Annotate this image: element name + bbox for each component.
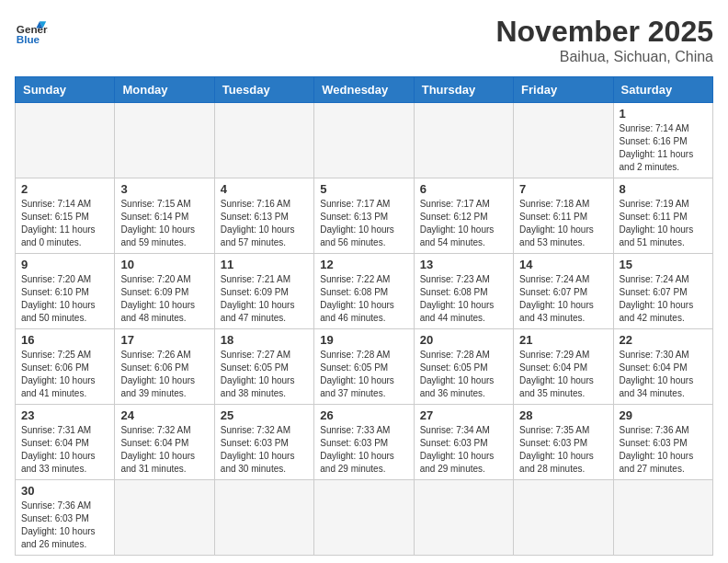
day-number: 3 [120, 182, 208, 196]
page-header: General Blue November 2025 Baihua, Sichu… [15, 15, 713, 65]
calendar-day-cell [214, 103, 313, 178]
day-info: Sunrise: 7:14 AM Sunset: 6:16 PM Dayligh… [620, 122, 707, 174]
calendar-day-cell [314, 480, 414, 556]
calendar-day-cell: 5Sunrise: 7:17 AM Sunset: 6:13 PM Daylig… [314, 178, 414, 254]
calendar-day-header: Monday [115, 77, 214, 103]
calendar-day-header: Wednesday [314, 77, 414, 103]
calendar-day-cell: 3Sunrise: 7:15 AM Sunset: 6:14 PM Daylig… [115, 178, 214, 254]
calendar-day-cell [214, 480, 313, 556]
day-number: 28 [519, 408, 607, 422]
calendar-week-row: 16Sunrise: 7:25 AM Sunset: 6:06 PM Dayli… [16, 329, 713, 405]
month-title: November 2025 [495, 15, 713, 49]
day-info: Sunrise: 7:36 AM Sunset: 6:03 PM Dayligh… [620, 424, 707, 476]
day-info: Sunrise: 7:24 AM Sunset: 6:07 PM Dayligh… [620, 273, 707, 325]
day-info: Sunrise: 7:24 AM Sunset: 6:07 PM Dayligh… [519, 273, 607, 325]
calendar-table: SundayMondayTuesdayWednesdayThursdayFrid… [15, 76, 713, 556]
calendar-day-header: Sunday [16, 77, 115, 103]
day-number: 15 [620, 258, 707, 271]
calendar-day-header: Saturday [613, 77, 712, 103]
calendar-day-cell: 12Sunrise: 7:22 AM Sunset: 6:08 PM Dayli… [314, 254, 414, 329]
day-number: 16 [21, 333, 108, 347]
day-info: Sunrise: 7:22 AM Sunset: 6:08 PM Dayligh… [320, 273, 407, 325]
day-info: Sunrise: 7:17 AM Sunset: 6:12 PM Dayligh… [420, 198, 507, 249]
calendar-day-cell: 24Sunrise: 7:32 AM Sunset: 6:04 PM Dayli… [115, 405, 214, 480]
logo: General Blue [15, 15, 48, 48]
day-info: Sunrise: 7:35 AM Sunset: 6:03 PM Dayligh… [519, 424, 607, 476]
calendar-day-cell: 13Sunrise: 7:23 AM Sunset: 6:08 PM Dayli… [414, 254, 513, 329]
day-info: Sunrise: 7:25 AM Sunset: 6:06 PM Dayligh… [21, 349, 108, 400]
calendar-day-cell [613, 480, 712, 556]
day-number: 13 [420, 258, 507, 271]
day-info: Sunrise: 7:27 AM Sunset: 6:05 PM Dayligh… [221, 349, 308, 400]
calendar-day-cell [115, 480, 214, 556]
day-number: 21 [519, 333, 607, 347]
calendar-day-cell: 20Sunrise: 7:28 AM Sunset: 6:05 PM Dayli… [414, 329, 513, 405]
day-info: Sunrise: 7:20 AM Sunset: 6:10 PM Dayligh… [21, 273, 108, 325]
day-info: Sunrise: 7:32 AM Sunset: 6:04 PM Dayligh… [120, 424, 208, 476]
day-info: Sunrise: 7:36 AM Sunset: 6:03 PM Dayligh… [21, 500, 108, 551]
day-info: Sunrise: 7:14 AM Sunset: 6:15 PM Dayligh… [21, 198, 108, 249]
day-number: 25 [221, 408, 308, 422]
calendar-header-row: SundayMondayTuesdayWednesdayThursdayFrid… [16, 77, 713, 103]
day-number: 4 [221, 182, 308, 196]
title-section: November 2025 Baihua, Sichuan, China [495, 15, 713, 65]
day-info: Sunrise: 7:29 AM Sunset: 6:04 PM Dayligh… [519, 349, 607, 400]
day-number: 1 [620, 107, 707, 121]
calendar-day-header: Thursday [414, 77, 513, 103]
day-number: 2 [21, 182, 108, 196]
calendar-day-cell: 17Sunrise: 7:26 AM Sunset: 6:06 PM Dayli… [115, 329, 214, 405]
calendar-day-cell [514, 103, 613, 178]
day-number: 9 [21, 258, 108, 271]
day-number: 22 [620, 333, 707, 347]
day-info: Sunrise: 7:23 AM Sunset: 6:08 PM Dayligh… [420, 273, 507, 325]
calendar-week-row: 1Sunrise: 7:14 AM Sunset: 6:16 PM Daylig… [16, 103, 713, 178]
day-info: Sunrise: 7:28 AM Sunset: 6:05 PM Dayligh… [320, 349, 407, 400]
calendar-week-row: 9Sunrise: 7:20 AM Sunset: 6:10 PM Daylig… [16, 254, 713, 329]
day-info: Sunrise: 7:31 AM Sunset: 6:04 PM Dayligh… [21, 424, 108, 476]
calendar-day-cell: 14Sunrise: 7:24 AM Sunset: 6:07 PM Dayli… [514, 254, 613, 329]
day-number: 29 [620, 408, 707, 422]
day-info: Sunrise: 7:30 AM Sunset: 6:04 PM Dayligh… [620, 349, 707, 400]
calendar-day-cell: 22Sunrise: 7:30 AM Sunset: 6:04 PM Dayli… [613, 329, 712, 405]
day-number: 12 [320, 258, 407, 271]
calendar-day-cell: 4Sunrise: 7:16 AM Sunset: 6:13 PM Daylig… [214, 178, 313, 254]
day-info: Sunrise: 7:19 AM Sunset: 6:11 PM Dayligh… [620, 198, 707, 249]
calendar-day-cell: 27Sunrise: 7:34 AM Sunset: 6:03 PM Dayli… [414, 405, 513, 480]
svg-text:Blue: Blue [17, 33, 40, 45]
location-subtitle: Baihua, Sichuan, China [495, 49, 713, 65]
day-info: Sunrise: 7:15 AM Sunset: 6:14 PM Dayligh… [120, 198, 208, 249]
day-number: 10 [120, 258, 208, 271]
day-number: 7 [519, 182, 607, 196]
calendar-week-row: 23Sunrise: 7:31 AM Sunset: 6:04 PM Dayli… [16, 405, 713, 480]
calendar-day-cell: 7Sunrise: 7:18 AM Sunset: 6:11 PM Daylig… [514, 178, 613, 254]
calendar-day-cell [314, 103, 414, 178]
calendar-day-cell: 26Sunrise: 7:33 AM Sunset: 6:03 PM Dayli… [314, 405, 414, 480]
calendar-day-cell [414, 480, 513, 556]
day-info: Sunrise: 7:33 AM Sunset: 6:03 PM Dayligh… [320, 424, 407, 476]
calendar-day-cell: 9Sunrise: 7:20 AM Sunset: 6:10 PM Daylig… [16, 254, 115, 329]
day-info: Sunrise: 7:21 AM Sunset: 6:09 PM Dayligh… [221, 273, 308, 325]
day-number: 27 [420, 408, 507, 422]
day-info: Sunrise: 7:26 AM Sunset: 6:06 PM Dayligh… [120, 349, 208, 400]
day-number: 11 [221, 258, 308, 271]
day-info: Sunrise: 7:16 AM Sunset: 6:13 PM Dayligh… [221, 198, 308, 249]
calendar-day-cell: 11Sunrise: 7:21 AM Sunset: 6:09 PM Dayli… [214, 254, 313, 329]
calendar-week-row: 2Sunrise: 7:14 AM Sunset: 6:15 PM Daylig… [16, 178, 713, 254]
logo-icon: General Blue [15, 15, 48, 48]
calendar-day-cell: 19Sunrise: 7:28 AM Sunset: 6:05 PM Dayli… [314, 329, 414, 405]
calendar-day-cell [115, 103, 214, 178]
calendar-day-cell: 1Sunrise: 7:14 AM Sunset: 6:16 PM Daylig… [613, 103, 712, 178]
calendar-day-cell: 15Sunrise: 7:24 AM Sunset: 6:07 PM Dayli… [613, 254, 712, 329]
day-number: 17 [120, 333, 208, 347]
day-info: Sunrise: 7:18 AM Sunset: 6:11 PM Dayligh… [519, 198, 607, 249]
day-number: 14 [519, 258, 607, 271]
day-number: 23 [21, 408, 108, 422]
day-number: 26 [320, 408, 407, 422]
calendar-day-cell: 10Sunrise: 7:20 AM Sunset: 6:09 PM Dayli… [115, 254, 214, 329]
day-info: Sunrise: 7:28 AM Sunset: 6:05 PM Dayligh… [420, 349, 507, 400]
calendar-day-cell: 8Sunrise: 7:19 AM Sunset: 6:11 PM Daylig… [613, 178, 712, 254]
day-number: 6 [420, 182, 507, 196]
calendar-week-row: 30Sunrise: 7:36 AM Sunset: 6:03 PM Dayli… [16, 480, 713, 556]
day-number: 5 [320, 182, 407, 196]
calendar-day-header: Tuesday [214, 77, 313, 103]
